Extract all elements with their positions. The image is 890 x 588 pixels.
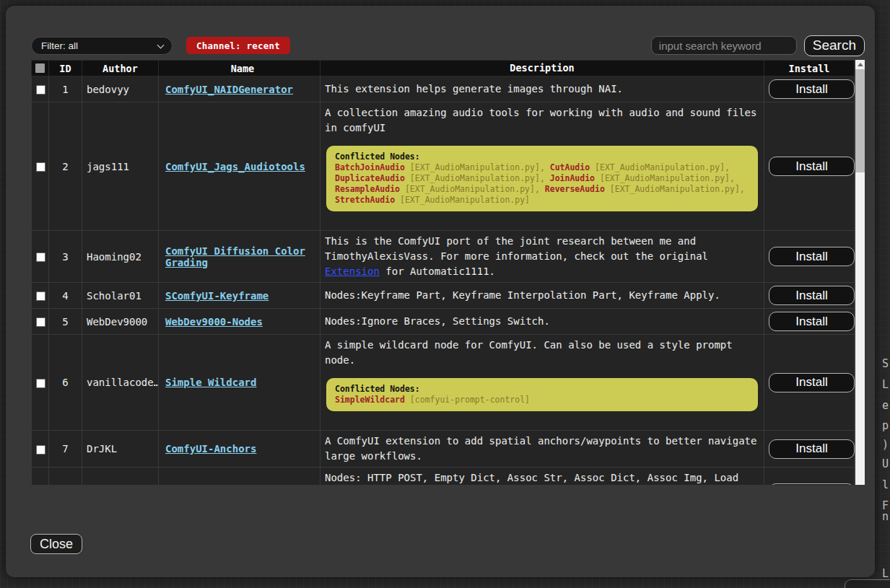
row-checkbox[interactable] <box>36 85 45 95</box>
row-id: 2 <box>49 102 82 231</box>
node-name-link[interactable]: WebDev9000-Nodes <box>165 316 263 328</box>
row-checkbox-cell <box>32 309 49 335</box>
select-all-header <box>32 61 49 76</box>
close-button[interactable]: Close <box>30 534 82 554</box>
conflict-node-name: DuplicateAudio <box>335 173 405 183</box>
install-button[interactable]: Install <box>769 439 855 459</box>
row-checkbox[interactable] <box>36 379 45 388</box>
row-description-cell: A ComfyUI extension to add spatial ancho… <box>320 431 764 468</box>
select-all-checkbox[interactable] <box>35 63 45 73</box>
row-checkbox[interactable] <box>36 253 45 262</box>
scrollbar-thumb[interactable] <box>855 69 865 172</box>
row-install-cell: Install <box>764 468 855 486</box>
conflicted-nodes-title: Conflicted Nodes: <box>335 152 749 162</box>
install-button[interactable]: Install <box>769 247 855 266</box>
row-id: 3 <box>49 231 82 283</box>
custom-nodes-installer-dialog: Filter: all Channel: recent Search ID Au… <box>6 6 875 577</box>
row-checkbox[interactable] <box>36 317 45 327</box>
nodes-table-wrap: ID Author Name Description Install 1bedo… <box>31 60 865 485</box>
row-description-cell: A collection amazing audio tools for wor… <box>320 102 764 231</box>
row-author: WebDev9000 <box>82 309 159 335</box>
node-name-link[interactable]: ComfyUI Diffusion Color Grading <box>165 245 305 268</box>
row-checkbox-cell <box>32 102 49 231</box>
row-name-cell: ComfyUI-Anchors <box>159 431 320 468</box>
conflict-node-path: [EXT_AudioManipulation.py] <box>400 184 535 194</box>
header-id: ID <box>49 61 82 76</box>
row-author: vanillacode… <box>82 335 159 431</box>
row-author: DrJKL <box>82 431 159 468</box>
conflict-node-path: [EXT_AudioManipulation.py] <box>590 162 725 172</box>
description-inline-link[interactable]: Extension <box>325 266 380 277</box>
conflicted-nodes-title: Conflicted Nodes: <box>335 384 749 395</box>
row-checkbox-cell <box>32 231 49 283</box>
row-name-cell: SComfyUI-Keyframe <box>159 283 320 309</box>
filter-dropdown[interactable]: Filter: all <box>31 37 173 55</box>
row-description-cell: A simple wildcard node for ComfyUI. Can … <box>320 335 764 431</box>
row-checkbox-cell <box>32 431 49 468</box>
row-description-cell: This extension helps generate images thr… <box>320 76 764 102</box>
install-button[interactable]: Install <box>769 286 855 305</box>
background-menu-sliver: SLep)Ul'FnL <box>875 0 890 588</box>
search-input[interactable] <box>651 36 797 55</box>
row-description: A collection amazing audio tools for wor… <box>325 105 759 136</box>
search-button[interactable]: Search <box>804 35 865 56</box>
row-description: Nodes:Ignore Braces, Settings Switch. <box>325 314 759 329</box>
row-install-cell: Install <box>764 335 855 431</box>
row-install-cell: Install <box>764 76 855 102</box>
conflict-node-path: [EXT_AudioManipulation.py] <box>605 184 740 194</box>
row-checkbox-cell <box>32 468 49 486</box>
table-row: 2jags111ComfyUI_Jags_AudiotoolsA collect… <box>32 102 855 231</box>
row-description-cell: Nodes:Keyframe Part, Keyframe Interpolat… <box>320 283 764 309</box>
row-description: Nodes: HTTP POST, Empty Dict, Assoc Str,… <box>325 470 759 485</box>
row-id: 6 <box>49 335 82 431</box>
nodes-table: ID Author Name Description Install 1bedo… <box>31 60 855 485</box>
header-install: Install <box>764 61 855 76</box>
row-id: 5 <box>49 309 82 335</box>
table-row: 6vanillacode…Simple WildcardA simple wil… <box>32 335 855 431</box>
conflict-node-path: [EXT_AudioManipulation.py] <box>395 195 530 205</box>
row-name-cell: ComfyUI_NAIDGenerator <box>159 76 320 102</box>
node-name-link[interactable]: ComfyUI-Anchors <box>165 443 256 455</box>
conflict-node-path: [EXT_AudioManipulation.py] <box>405 162 540 172</box>
node-name-link[interactable]: ComfyUI_NAIDGenerator <box>165 84 293 95</box>
conflict-node-name: SimpleWildcard <box>335 395 405 405</box>
row-name-cell: Simple Wildcard <box>159 335 320 431</box>
row-install-cell: Install <box>764 431 855 468</box>
header-description: Description <box>320 61 764 76</box>
row-author: jags111 <box>82 102 159 231</box>
table-row: 4Scholar01SComfyUI-KeyframeNodes:Keyfram… <box>32 283 855 309</box>
header-author: Author <box>82 61 159 76</box>
filter-dropdown-wrap: Filter: all <box>31 37 173 55</box>
row-checkbox[interactable] <box>36 445 45 455</box>
install-button[interactable]: Install <box>769 312 855 331</box>
table-scrollbar[interactable] <box>855 60 865 485</box>
row-checkbox-cell <box>32 76 49 102</box>
row-description: A ComfyUI extension to add spatial ancho… <box>325 434 759 464</box>
conflict-node-name: CutAudio <box>550 162 590 172</box>
toolbar: Filter: all Channel: recent Search <box>31 33 865 58</box>
install-button[interactable]: Install <box>769 157 855 176</box>
background-text-sliver: U <box>882 457 889 470</box>
table-row: 8wmatsoneasy-comfy-nodesNodes: HTTP POST… <box>32 468 855 486</box>
conflict-node-path: [EXT_AudioManipulation.py] <box>595 173 730 183</box>
node-name-link[interactable]: SComfyUI-Keyframe <box>165 290 269 302</box>
row-author: bedovyy <box>82 76 159 102</box>
header-name: Name <box>159 61 320 76</box>
scrollbar-up-arrow[interactable] <box>855 60 865 69</box>
install-button[interactable]: Install <box>769 79 855 99</box>
conflicted-nodes-box: Conflicted Nodes:SimpleWildcard [comfyui… <box>326 378 758 411</box>
install-button[interactable]: Install <box>769 373 855 392</box>
install-button[interactable]: Install <box>769 483 855 485</box>
background-text-sliver: ) <box>882 438 889 451</box>
node-name-link[interactable]: Simple Wildcard <box>165 377 256 388</box>
conflicted-nodes-list: SimpleWildcard [comfyui-prompt-control] <box>335 395 749 405</box>
row-name-cell: WebDev9000-Nodes <box>159 309 320 335</box>
row-checkbox[interactable] <box>36 162 45 172</box>
conflict-node-name: BatchJoinAudio <box>335 162 405 172</box>
row-description: This is the ComfyUI port of the joint re… <box>325 234 759 279</box>
row-checkbox[interactable] <box>36 291 45 301</box>
row-install-cell: Install <box>764 283 855 309</box>
node-name-link[interactable]: ComfyUI_Jags_Audiotools <box>165 161 305 172</box>
row-description: A simple wildcard node for ComfyUI. Can … <box>325 338 759 368</box>
table-row: 3Haoming02ComfyUI Diffusion Color Gradin… <box>32 231 855 283</box>
